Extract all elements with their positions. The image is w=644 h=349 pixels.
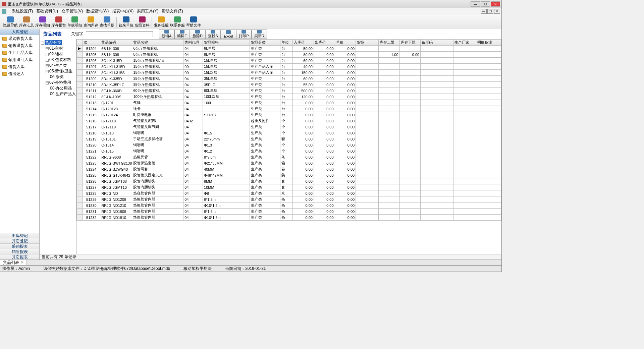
row-selector[interactable] — [77, 76, 83, 82]
menu-item-0[interactable]: 系统设置(T) — [12, 9, 33, 13]
nav-item-0[interactable]: 采购收货入库 — [0, 35, 39, 42]
toolbar-单据明细[interactable]: 单据明细 — [67, 16, 82, 28]
table-row[interactable]: 51230RRJG-ND1210热熔胶管内胆04Φ10*1.2m生产类条0.00… — [77, 202, 501, 209]
row-selector[interactable] — [77, 118, 83, 124]
table-row[interactable]: 512088C-LKLI-315S15公斤热熔胶机0915L双层生产产品入库台1… — [77, 70, 501, 76]
table-row[interactable]: 51218Q-1313铜喷嘴04Φ1.5生产类个0.000.000.00 — [77, 130, 501, 136]
grid-scroll[interactable]: ID货品编码货品名称类别代码货品规格货品分类单位入库价出库价单价货位库存上限库存… — [76, 39, 501, 254]
expand-icon[interactable]: + — [46, 47, 49, 50]
column-header-1[interactable]: 货品编码 — [100, 40, 132, 46]
row-selector[interactable] — [77, 94, 83, 100]
table-row[interactable]: 51225RRJG-GTJK4842胶管管头固定夹壳04Φ48*42MM生产类袋… — [77, 172, 501, 178]
nav-footer-4[interactable]: 其它报表 — [0, 254, 39, 259]
row-selector[interactable] — [77, 106, 83, 112]
row-selector[interactable] — [77, 202, 83, 209]
tab-close-icon[interactable]: ✕ — [20, 260, 24, 265]
row-selector[interactable] — [77, 136, 83, 142]
column-header-9[interactable]: 单价 — [335, 40, 356, 46]
table-row[interactable]: 51231RRJG-ND1808热熔胶管内胆048*1.8m生产类条0.000.… — [77, 209, 501, 215]
column-header-7[interactable]: 入库价 — [293, 40, 314, 46]
column-header-15[interactable]: 明细备注 — [476, 40, 501, 46]
column-header-6[interactable]: 单位 — [280, 40, 293, 46]
action-Excel[interactable]: Excel — [221, 30, 236, 39]
table-row[interactable]: 51217Q-12119气管接头调节阀04生产类个0.000.000.00 — [77, 124, 501, 130]
table-row[interactable]: 51232RRJG-ND1810热熔胶管内胆04Φ10*1.8m生产类条0.00… — [77, 215, 501, 221]
category-tree[interactable]: -货品分类 +01-主材+02-辅材+03-包装材料+04-生产类+05-劳保/… — [40, 39, 76, 254]
column-header-0[interactable]: ID — [83, 40, 100, 46]
toolbar-业务提醒[interactable]: 业务提醒 — [154, 16, 169, 28]
category-node-2[interactable]: +03-包装材料 — [40, 57, 75, 63]
row-selector[interactable] — [77, 70, 83, 76]
action-打印P[interactable]: 打印P — [236, 30, 252, 39]
toolbar-联系客服[interactable]: 联系客服 — [170, 16, 185, 28]
row-selector[interactable]: ▶ — [77, 46, 83, 52]
table-row[interactable]: 51215Q-120124时间继电器04SJ1307生产类台0.000.000.… — [77, 112, 501, 118]
nav-item-2[interactable]: 生产产品入库 — [0, 49, 39, 56]
nav-item-4[interactable]: 借货入库 — [0, 63, 39, 70]
column-header-12[interactable]: 库存下限 — [399, 40, 421, 46]
menu-item-6[interactable]: 帮助文件(Z) — [162, 9, 183, 13]
row-selector[interactable] — [77, 112, 83, 118]
row-selector[interactable] — [77, 154, 83, 160]
expand-icon[interactable]: + — [46, 81, 49, 84]
mdi-close-button[interactable]: ✕ — [494, 9, 500, 14]
table-row[interactable]: 51216Q-12118气管接头8变60402起重及附件个0.000.000.0… — [77, 118, 501, 124]
nav-item-3[interactable]: 领用退回入库 — [0, 56, 39, 63]
toolbar-往来单位[interactable]: 往来单位 — [119, 16, 133, 28]
column-header-5[interactable]: 货品分类 — [250, 40, 280, 46]
nav-footer-2[interactable]: 采购报表 — [0, 243, 39, 249]
action-删除D[interactable]: 删除D — [190, 30, 205, 39]
expand-icon[interactable]: + — [46, 64, 49, 67]
toolbar-帮助文件[interactable]: 帮助文件 — [186, 16, 201, 28]
mdi-minimize-button[interactable]: — — [481, 9, 487, 14]
row-selector[interactable] — [77, 64, 83, 70]
menu-item-5[interactable]: 实用工具(Y) — [137, 9, 158, 13]
category-node-5[interactable]: 06-杂类 — [40, 74, 75, 80]
nav-footer-1[interactable]: 其它登记 — [0, 238, 39, 243]
table-row[interactable]: 51220Q-1314铜喷嘴04Φ1.3生产类个0.000.000.00 — [77, 142, 501, 148]
row-selector[interactable] — [77, 142, 83, 148]
action-新增A[interactable]: 新增A — [159, 30, 174, 39]
category-node-6[interactable]: +07-外协费用 — [40, 80, 75, 85]
row-selector[interactable] — [77, 124, 83, 130]
menu-item-3[interactable]: 数据查询(W) — [86, 9, 109, 13]
maximize-button[interactable]: ☐ — [481, 1, 490, 7]
toolbar-查询库存[interactable]: 查询库存 — [84, 16, 98, 28]
table-row[interactable]: 51227RRJG-JGMT10胶管内胆铆头0410MM生产类套0.000.00… — [77, 184, 501, 190]
mdi-restore-button[interactable]: ❐ — [487, 9, 493, 14]
row-selector[interactable] — [77, 196, 83, 202]
row-selector[interactable] — [77, 148, 83, 154]
expand-icon[interactable]: + — [46, 70, 49, 73]
toolbar-查找单据[interactable]: 查找单据 — [100, 16, 114, 28]
row-selector[interactable] — [77, 160, 83, 166]
toolbar-库存明细[interactable]: 库存明细 — [35, 16, 50, 28]
table-row[interactable]: 51224RRJG-BZWG40胶管网套0440MM生产类卷0.000.000.… — [77, 166, 501, 172]
keyword-input[interactable] — [86, 31, 153, 37]
tab-product-list[interactable]: 货品列表 ✕ — [0, 260, 27, 265]
table-row[interactable]: 512068C-LK-315D15公斤热熔胶机/旧0415L单层生产类台60.0… — [77, 58, 501, 64]
table-row[interactable]: 51223RRJG-BWTG2138胶管保温套管04Φ21*38MM生产类箱0.… — [77, 160, 501, 166]
product-grid[interactable]: ID货品编码货品名称类别代码货品规格货品分类单位入库价出库价单价货位库存上限库存… — [76, 39, 501, 221]
category-node-1[interactable]: +02-辅材 — [40, 51, 75, 57]
menu-item-4[interactable]: 报表中心(X) — [112, 9, 133, 13]
category-node-4[interactable]: +05-劳保/卫生 — [40, 68, 75, 74]
menu-item-1[interactable]: 基础资料(U) — [36, 9, 58, 13]
table-row[interactable]: 512128F-LK-100S100公斤热熔胶机04100L双层生产类台120.… — [77, 94, 501, 100]
table-row[interactable]: 51222RRJG-9608热熔胶管048*9.6m生产类条0.000.000.… — [77, 154, 501, 160]
column-header-13[interactable]: 条形码 — [421, 40, 453, 46]
expand-icon[interactable]: + — [46, 59, 49, 62]
nav-item-5[interactable]: 借出还入 — [0, 70, 39, 77]
nav-item-1[interactable]: 销售退货入库 — [0, 42, 39, 49]
minimize-button[interactable]: — — [471, 1, 480, 7]
column-header-8[interactable]: 出库价 — [314, 40, 335, 46]
row-selector[interactable] — [77, 178, 83, 184]
table-row[interactable]: 512098D-LK-335D35公斤热熔胶机0435L单层生产类台60.000… — [77, 76, 501, 82]
column-header-4[interactable]: 货品规格 — [203, 40, 250, 46]
row-selector[interactable] — [77, 172, 83, 178]
category-node-8[interactable]: 09-生产产品入库 — [40, 91, 75, 97]
table-row[interactable]: 512078C-LKLI-315D15公斤热熔胶机0915L单层生产产品入库台4… — [77, 64, 501, 70]
table-row[interactable]: 512118E-LK-360D60公斤热熔胶机0460L单层生产类台500.00… — [77, 88, 501, 94]
table-row[interactable]: 51213Q-1201气锤04100L生产类台0.000.000.00 — [77, 100, 501, 106]
toolbar-库存汇总[interactable]: 库存汇总 — [19, 16, 34, 28]
toolbar-隐藏导航[interactable]: 隐藏导航 — [3, 16, 18, 28]
